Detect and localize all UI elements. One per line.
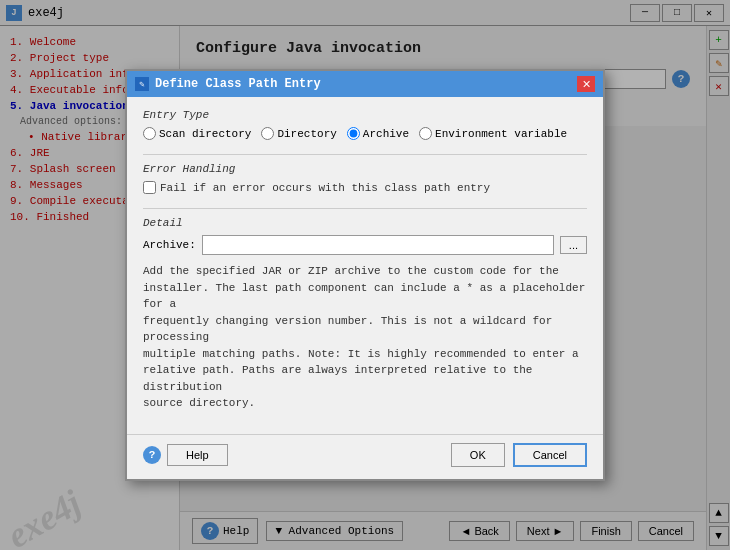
- dialog-help-icon: ?: [143, 446, 161, 464]
- archive-label: Archive:: [143, 239, 196, 251]
- error-checkbox-row: Fail if an error occurs with this class …: [143, 181, 587, 194]
- radio-env-input[interactable]: [419, 127, 432, 140]
- error-checkbox-label: Fail if an error occurs with this class …: [160, 182, 490, 194]
- dialog-close-button[interactable]: ✕: [577, 76, 595, 92]
- modal-overlay: ✎ Define Class Path Entry ✕ Entry Type S…: [0, 0, 730, 550]
- entry-type-label: Entry Type: [143, 109, 587, 121]
- error-handling-section: Error Handling Fail if an error occurs w…: [143, 163, 587, 194]
- error-handling-label: Error Handling: [143, 163, 587, 175]
- error-checkbox[interactable]: [143, 181, 156, 194]
- radio-scan-dir-label: Scan directory: [159, 128, 251, 140]
- dialog-body: Entry Type Scan directory Directory Arch…: [127, 97, 603, 434]
- radio-env-label: Environment variable: [435, 128, 567, 140]
- dialog-cancel-button[interactable]: Cancel: [513, 443, 587, 467]
- radio-scan-dir-input[interactable]: [143, 127, 156, 140]
- dialog-title-icon: ✎: [135, 77, 149, 91]
- detail-label: Detail: [143, 217, 587, 229]
- dialog-title-bar: ✎ Define Class Path Entry ✕: [127, 71, 603, 97]
- dialog-title: Define Class Path Entry: [155, 77, 321, 91]
- dialog: ✎ Define Class Path Entry ✕ Entry Type S…: [125, 69, 605, 481]
- divider-1: [143, 154, 587, 155]
- radio-env-var: Environment variable: [419, 127, 567, 140]
- description-text: Add the specified JAR or ZIP archive to …: [143, 263, 587, 412]
- dialog-help-area: ? Help: [143, 443, 228, 467]
- detail-section: Detail Archive: ... Add the specified JA…: [143, 217, 587, 412]
- archive-input[interactable]: [202, 235, 554, 255]
- radio-scan-directory: Scan directory: [143, 127, 251, 140]
- radio-group: Scan directory Directory Archive Environ…: [143, 127, 587, 140]
- browse-button[interactable]: ...: [560, 236, 587, 254]
- dialog-footer: ? Help OK Cancel: [127, 434, 603, 479]
- dialog-ok-button[interactable]: OK: [451, 443, 505, 467]
- radio-archive: Archive: [347, 127, 409, 140]
- radio-archive-label: Archive: [363, 128, 409, 140]
- radio-dir-label: Directory: [277, 128, 336, 140]
- radio-dir-input[interactable]: [261, 127, 274, 140]
- dialog-title-left: ✎ Define Class Path Entry: [135, 77, 321, 91]
- divider-2: [143, 208, 587, 209]
- dialog-help-button[interactable]: Help: [167, 444, 228, 466]
- radio-archive-input[interactable]: [347, 127, 360, 140]
- radio-directory: Directory: [261, 127, 336, 140]
- archive-row: Archive: ...: [143, 235, 587, 255]
